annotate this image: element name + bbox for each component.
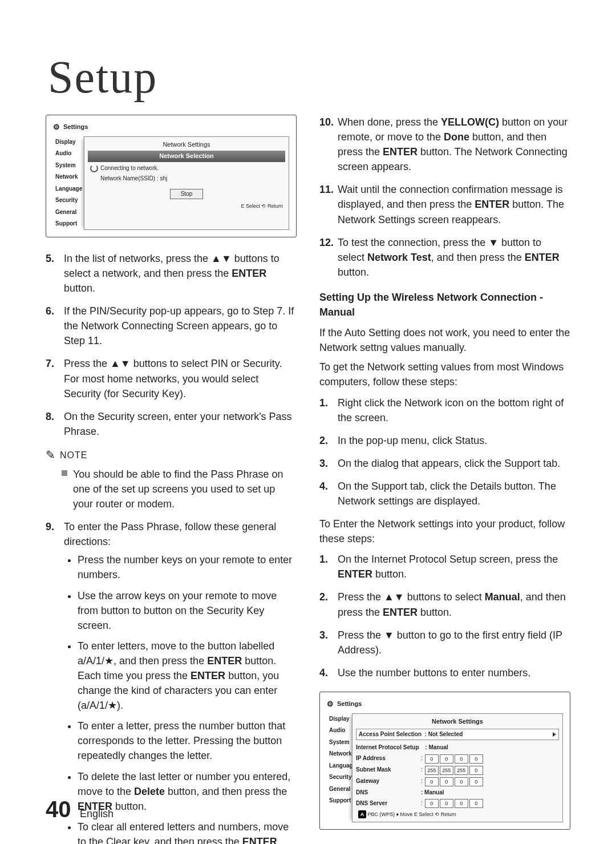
step-text: If the PIN/Security pop-up appears, go t… — [64, 304, 297, 348]
panel-subtitle: Network Selection — [88, 151, 285, 162]
note-text: You should be able to find the Pass Phra… — [73, 467, 297, 511]
stop-button[interactable]: Stop — [170, 189, 204, 200]
sidebar-item[interactable]: Audio — [327, 725, 354, 737]
step-number: 9. — [46, 519, 64, 844]
paragraph: If the Auto Setting does not work, you n… — [319, 325, 570, 355]
sidebar-item[interactable]: Network — [53, 171, 86, 183]
step-number: 8. — [46, 409, 64, 439]
settings-sidebar: Display Audio System Network Language Se… — [53, 136, 86, 230]
sidebar-item[interactable]: Audio — [53, 148, 86, 160]
step-number: 12. — [319, 235, 338, 280]
ip-octet[interactable]: 0 — [469, 766, 483, 775]
bullet-square-icon — [62, 470, 67, 476]
ip-octet[interactable]: 0 — [469, 777, 483, 786]
step-number: 1. — [319, 552, 338, 581]
ip-octet[interactable]: 255 — [455, 766, 468, 775]
sidebar-item[interactable]: System — [327, 737, 354, 749]
ip-octet[interactable]: 0 — [440, 754, 453, 764]
sidebar-item[interactable]: General — [327, 784, 354, 795]
ip-octet[interactable]: 0 — [455, 754, 468, 764]
step-number: 11. — [319, 182, 338, 227]
sidebar-item[interactable]: Security — [53, 195, 86, 207]
screenshot-network-selection: ⚙ Settings Display Audio System Network … — [46, 115, 297, 237]
ip-octet[interactable]: 0 — [425, 777, 439, 786]
ip-octet[interactable]: 0 — [440, 777, 453, 786]
step9-intro: To enter the Pass Phrase, follow these g… — [64, 521, 276, 547]
step-text: To test the connection, press the ▼ butt… — [338, 235, 570, 280]
bullet-item: Use the arrow keys on your remote to mov… — [78, 588, 297, 633]
dns-label: DNS — [356, 789, 419, 797]
dns-server-label: DNS Server — [356, 799, 419, 808]
step-text: On the Security screen, enter your netwo… — [64, 409, 297, 439]
paragraph: To get the Network setting values from m… — [319, 360, 570, 389]
section-heading: Setting Up the Wireless Network Connecti… — [319, 290, 570, 320]
note-icon: ✎ — [46, 447, 55, 463]
sidebar-item[interactable]: Support — [53, 218, 86, 230]
sidebar-item[interactable]: Display — [327, 713, 354, 725]
step-text: On the Support tab, click the Details bu… — [338, 479, 570, 508]
step-text: Right click the Network icon on the bott… — [338, 395, 570, 425]
screenshot-network-manual: ⚙ Settings Display Audio System Network … — [319, 692, 570, 830]
sidebar-item[interactable]: General — [53, 207, 86, 219]
ip-octet[interactable]: 0 — [455, 777, 468, 786]
page-number: 40 — [46, 797, 71, 822]
settings-panel: Network Settings Access Point Selection … — [352, 713, 563, 822]
step-number: 3. — [319, 628, 338, 657]
settings-label: Settings — [63, 123, 88, 132]
settings-label: Settings — [337, 700, 362, 709]
note-label: NOTE — [60, 449, 87, 462]
gear-icon: ⚙ — [53, 122, 60, 133]
right-column: 10. When done, press the YELLOW(C) butto… — [319, 115, 570, 844]
step-number: 4. — [319, 479, 338, 508]
step-number: 2. — [319, 589, 338, 619]
access-point-row[interactable]: Access Point Selection : Not Selected — [356, 729, 559, 741]
ip-octet[interactable]: 0 — [469, 799, 483, 808]
ip-octet[interactable]: 0 — [440, 799, 453, 808]
paragraph: To Enter the Network settings into your … — [319, 516, 570, 546]
ip-octet[interactable]: 0 — [469, 754, 483, 764]
ip-octet[interactable]: 0 — [425, 799, 439, 808]
sidebar-item[interactable]: System — [53, 160, 86, 172]
spinner-icon — [90, 164, 98, 172]
page-language: English — [80, 808, 114, 820]
red-a-icon: A — [358, 810, 366, 818]
sidebar-item[interactable]: Language — [53, 183, 86, 195]
step-number: 2. — [319, 433, 338, 448]
note-body: You should be able to find the Pass Phra… — [62, 467, 297, 511]
sidebar-item[interactable]: Language — [327, 760, 354, 772]
step-text: In the list of networks, press the ▲▼ bu… — [64, 251, 297, 296]
ip-octet[interactable]: 255 — [440, 766, 453, 775]
sidebar-item[interactable]: Display — [53, 136, 86, 148]
step-number: 4. — [319, 665, 338, 680]
sidebar-item[interactable]: Network — [327, 748, 354, 760]
ip-octet[interactable]: 0 — [455, 799, 468, 808]
step-number: 10. — [319, 115, 338, 174]
ssid-text: Network Name(SSID) : shj — [100, 175, 167, 183]
step-text: Press the ▼ button to go to the first en… — [338, 628, 570, 657]
step-text: On the Internet Protocol Setup screen, p… — [338, 552, 570, 581]
panel-footer: A PBC (WPS) ♦ Move E Select ⟲ Return — [356, 809, 559, 818]
gear-icon: ⚙ — [327, 699, 334, 710]
left-column: ⚙ Settings Display Audio System Network … — [46, 115, 297, 844]
note-header: ✎ NOTE — [46, 447, 297, 463]
sidebar-item[interactable]: Security — [327, 772, 354, 784]
step-text: Use the number buttons to enter numbers. — [338, 665, 570, 680]
ip-address-label: IP Address — [356, 754, 419, 763]
connecting-text: Connecting to network. — [100, 164, 159, 173]
page-title: Setup — [48, 51, 570, 103]
ips-label: Internet Protocol Setup — [356, 744, 419, 752]
ip-octet[interactable]: 255 — [425, 766, 439, 775]
step-number: 3. — [319, 456, 338, 471]
ip-octet[interactable]: 0 — [425, 754, 439, 764]
bullet-item: To enter a letter, press the number butt… — [78, 718, 297, 763]
step-text: To enter the Pass Phrase, follow these g… — [64, 519, 297, 844]
panel-title: Network Settings — [356, 716, 559, 728]
step-number: 6. — [46, 304, 64, 348]
step-text: Press the ▲▼ buttons to select Manual, a… — [338, 589, 570, 619]
settings-panel: Network Settings Network Selection Conne… — [84, 136, 289, 230]
sidebar-item[interactable]: Support — [327, 795, 354, 807]
panel-title: Network Settings — [88, 139, 285, 151]
step-text: When done, press the YELLOW(C) button on… — [338, 115, 570, 174]
bullet-item: To delete the last letter or number you … — [78, 769, 297, 814]
gateway-label: Gateway — [356, 777, 419, 786]
